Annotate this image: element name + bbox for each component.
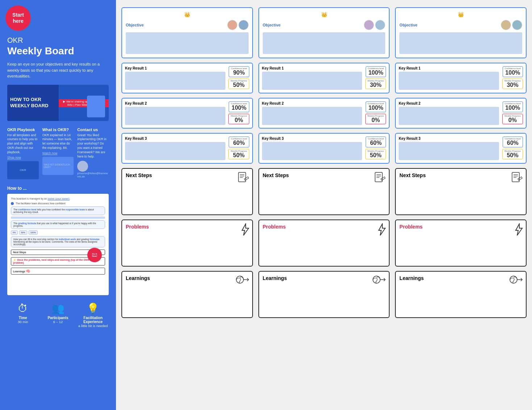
how-to-bubble-3: How you can fill in the next step sectio… — [11, 236, 105, 247]
next-steps-title-1: Next Steps — [126, 172, 249, 178]
kr-label-2-3: Key Result 3 — [262, 137, 362, 141]
bulb-icon: 💡 — [77, 302, 109, 314]
kr-content-1-3 — [125, 142, 225, 160]
contact-avatar — [77, 161, 88, 172]
kr-progress-value-1-2: 0% — [230, 117, 247, 124]
objective-card-1: 👑 Objective — [121, 7, 253, 58]
kr-content-2-2 — [262, 107, 362, 125]
kr-progress-value-3-3: 50% — [504, 152, 521, 159]
links-section: OKR Playbook For all templates and cours… — [7, 127, 109, 179]
kr-confidence-2-3: Confidence level 60% — [366, 137, 386, 147]
do-it-button-mini[interactable]: Do ItNow! — [87, 248, 102, 262]
next-steps-card-3: Next Steps — [395, 168, 527, 215]
main-content: 👑 Objective Key Result 1 Confidence leve… — [116, 0, 532, 410]
kr-confidence-value-1-1: 90% — [231, 70, 247, 76]
stat-facilitation: 💡 Facilitation Experience a little bit i… — [77, 302, 109, 328]
kr-progress-value-3-2: 0% — [504, 117, 521, 124]
kr-label-3-1: Key Result 1 — [399, 66, 499, 70]
objective-content-2 — [263, 32, 386, 54]
how-to-managed-text: This boardset is managed by an owner (yo… — [11, 197, 105, 200]
kr-card-1-3: Key Result 3 Confidence level 60% Weekly… — [121, 133, 253, 164]
playbook-title: OKR Playbook — [7, 127, 39, 132]
crown-icon-2: 👑 — [321, 12, 327, 18]
lightning-icon-2 — [377, 223, 386, 238]
kr-progress-value-1-1: 50% — [230, 82, 247, 88]
whatisokr-desc: OKR explained in 14 minutes — lean back,… — [42, 133, 74, 151]
next-steps-card-2: Next Steps — [258, 168, 390, 215]
facilitation-label: Facilitation Experience — [77, 316, 109, 324]
kr-progress-value-2-1: 30% — [367, 82, 384, 88]
start-button[interactable]: Starthere — [5, 5, 31, 31]
kr-label-3-2: Key Result 2 — [399, 101, 499, 105]
svg-point-4 — [236, 276, 244, 283]
kr-progress-label-3-1: Weekly Progress — [504, 80, 521, 82]
playbook-desc: For all templates and courses to help yo… — [7, 133, 39, 155]
kr-card-3-3: Key Result 3 Confidence level 60% Weekly… — [395, 133, 527, 164]
mini-metric-3: 100% — [29, 230, 38, 235]
document-icon-1 — [238, 172, 249, 185]
problems-title-1: Problems — [126, 224, 249, 230]
kr-card-1-2: Key Result 2 Confidence level 100% Weekl… — [121, 98, 253, 129]
next-steps-content-1 — [126, 180, 249, 209]
kr-progress-1-1: Weekly Progress 50% — [228, 79, 249, 89]
kr-progress-label-1-1: Weekly Progress — [230, 80, 247, 82]
contact-email: johanna@fellas@framewerk.de — [77, 172, 109, 178]
participants-label: Participants — [42, 316, 74, 320]
kr-confidence-value-3-3: 60% — [505, 140, 521, 146]
kr-confidence-value-2-2: 100% — [368, 105, 384, 111]
kr-progress-1-3: Weekly Progress 50% — [228, 149, 249, 160]
avatar-2a — [364, 20, 374, 30]
kr-confidence-1-2: Confidence level 100% — [229, 101, 249, 112]
kr-label-2-2: Key Result 2 — [262, 101, 362, 105]
link-col-whatisokr: What is OKR? OKR explained in 14 minutes… — [42, 127, 74, 179]
kr-card-1-1: Key Result 1 Confidence level 90% Weekly… — [121, 63, 253, 93]
kr-progress-2-3: Weekly Progress 50% — [365, 149, 386, 160]
bottom-stats: ⏱ Time 30 min 👥 Participants 6 – 12 💡 Fa… — [7, 302, 109, 328]
kr-card-3-2: Key Result 2 Confidence level 100% Weekl… — [395, 98, 527, 129]
next-steps-card-1: Next Steps — [121, 168, 253, 215]
kr-progress-2-2: Weekly Progress 0% — [365, 114, 386, 125]
how-to-title: How to ... — [7, 186, 109, 191]
objective-card-2: 👑 Objective — [258, 7, 390, 58]
whatisokr-link[interactable]: Watch now — [42, 151, 74, 155]
avatar-1a — [227, 20, 237, 30]
kr-progress-1-2: Weekly Progress 0% — [228, 114, 249, 125]
problems-title-3: Problems — [399, 224, 522, 230]
problems-content-1 — [126, 232, 249, 261]
kr-card-3-1: Key Result 1 Confidence level 100% Weekl… — [395, 63, 527, 93]
brain-icon-2 — [371, 275, 386, 287]
kr-confidence-2-1: Confidence level 100% — [366, 66, 386, 77]
kr-card-2-3: Key Result 3 Confidence level 60% Weekly… — [258, 133, 390, 164]
problems-mini: ⚡ Once the problems, next steps and lear… — [11, 257, 105, 265]
learnings-card-1: Learnings — [121, 271, 253, 318]
svg-point-16 — [510, 276, 517, 283]
how-to-metrics: 0% 50% 100% — [11, 230, 105, 235]
mini-metric-1: 0% — [11, 230, 18, 235]
learnings-card-3: Learnings — [395, 271, 527, 318]
board-description: Keep an eye on your objectives and key r… — [7, 61, 109, 79]
link-col-playbook: OKR Playbook For all templates and cours… — [7, 127, 39, 179]
kr-confidence-1-3: Confidence level 60% — [229, 137, 249, 147]
kr-progress-label-3-3: Weekly Progress — [504, 150, 521, 152]
problems-content-2 — [263, 232, 386, 261]
kr-confidence-value-2-3: 60% — [368, 140, 384, 146]
kr-progress-3-3: Weekly Progress 50% — [502, 149, 523, 160]
playbook-link[interactable]: Shop now — [7, 156, 39, 159]
avatar-2b — [375, 20, 385, 30]
avatar-group-3 — [501, 20, 522, 30]
playbook-image: OKR — [7, 161, 39, 179]
contact-title: Contact us — [77, 127, 109, 132]
video-thumbnail[interactable]: HOW TO OKR WEEKLY BOARD ▶ We're sharing … — [7, 85, 109, 121]
objective-label-2: Objective — [263, 23, 281, 27]
kr-progress-label-3-2: Weekly Progress — [504, 115, 521, 117]
learnings-content-2 — [263, 283, 386, 312]
mini-metric-2: 50% — [19, 230, 27, 235]
crown-icon-3: 👑 — [458, 12, 464, 18]
kr-progress-label-2-3: Weekly Progress — [367, 150, 384, 152]
problems-card-1: Problems — [121, 219, 253, 267]
brain-icon-1 — [235, 275, 249, 287]
avatar-group-2 — [364, 20, 385, 30]
kr-content-1-1 — [125, 72, 225, 90]
document-icon-2 — [374, 172, 386, 185]
objective-label-3: Objective — [399, 23, 417, 27]
